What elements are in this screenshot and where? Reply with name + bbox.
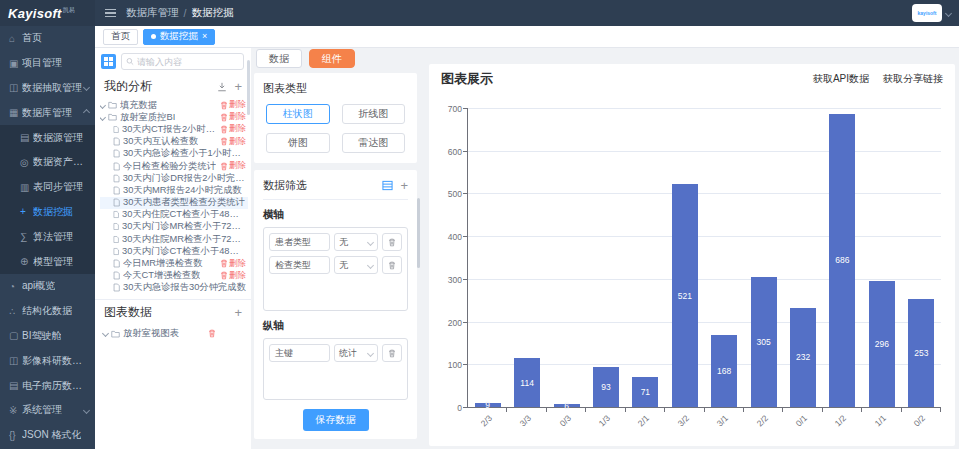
sidebar-item-imaging-research-db[interactable]: ◫影像科研数据库	[0, 348, 95, 373]
x-axis-tick	[861, 408, 862, 412]
bar: 686	[829, 114, 855, 407]
component-tab-inactive[interactable]: 数据	[256, 49, 302, 68]
document-icon	[113, 125, 119, 134]
user-badge[interactable]: kayisoft	[912, 4, 942, 22]
filter-select[interactable]: 无	[334, 256, 378, 274]
sidebar-item-database-mgmt[interactable]: ▦数据库管理	[0, 100, 95, 125]
chart-type-button[interactable]: 饼图	[266, 133, 330, 153]
tree-item[interactable]: 30天内急诊报告30分钟完成数	[100, 282, 248, 294]
menu-list-icon[interactable]	[105, 7, 116, 20]
tree-item[interactable]: 填充数据删除	[100, 99, 248, 111]
sidebar-item-home[interactable]: ⌂首页	[0, 26, 95, 51]
table-icon[interactable]	[382, 180, 393, 191]
import-icon[interactable]	[217, 82, 227, 92]
model-icon: ⊕	[20, 256, 33, 267]
tree-item[interactable]: 放射室质控BI删除	[100, 111, 248, 123]
tree-item[interactable]: 30天内患者类型检查分类统计	[100, 197, 248, 209]
sidebar-item-emr-quality[interactable]: ▤电子病历数据质控	[0, 373, 95, 398]
sidebar-item-datasource-mgmt[interactable]: ▤数据源管理	[0, 125, 95, 150]
get-api-data-link[interactable]: 获取API数据	[813, 72, 869, 86]
caret-icon[interactable]	[102, 330, 109, 337]
remove-filter-button[interactable]	[382, 344, 402, 362]
delete-action[interactable]: 删除	[220, 111, 248, 123]
tree-item[interactable]: 30天内门诊CT检查小于48小时总计	[100, 245, 248, 257]
save-data-button[interactable]: 保存数据	[303, 409, 369, 431]
delete-chart-data-button[interactable]	[208, 329, 216, 338]
tree-item[interactable]: 今日MR增强检查数删除	[100, 257, 248, 269]
sidebar-item-table-sync-mgmt[interactable]: ▥表同步管理	[0, 175, 95, 200]
sidebar-item-data-asset-mgmt[interactable]: ◎数据资产管理	[0, 150, 95, 175]
filter-field[interactable]: 患者类型	[269, 233, 330, 251]
add-filter-icon[interactable]: +	[400, 179, 408, 192]
middle-scrollbar[interactable]	[417, 198, 420, 268]
caret-icon[interactable]	[100, 114, 106, 121]
trash-icon	[220, 137, 228, 146]
x-axis-label: 3/3	[509, 413, 533, 437]
sidebar-item-structured-data[interactable]: ∴结构化数据	[0, 299, 95, 324]
sidebar-item-project-mgmt[interactable]: ▣项目管理	[0, 51, 95, 76]
page-tab[interactable]: 首页	[103, 29, 138, 45]
sidebar-item-system-mgmt[interactable]: ※系统管理	[0, 398, 95, 423]
search-input[interactable]	[137, 57, 239, 67]
delete-action[interactable]: 删除	[220, 99, 248, 111]
sidebar-item-data-extract-mgmt[interactable]: ◫数据抽取管理	[0, 76, 95, 101]
breadcrumb-item[interactable]: 数据库管理	[126, 6, 179, 20]
sidebar-item-label: BI驾驶舱	[22, 329, 61, 343]
remove-filter-button[interactable]	[382, 256, 402, 274]
sidebar-item-api-overview[interactable]: ◔api概览	[0, 274, 95, 299]
filter-field[interactable]: 主键	[269, 344, 330, 362]
tree-item[interactable]: 30天内CT报告2小时完成数删除	[100, 123, 248, 135]
chart-type-button[interactable]: 柱状图	[266, 104, 330, 124]
delete-action[interactable]: 删除	[220, 136, 248, 148]
y-axis-tick	[463, 364, 467, 365]
sidebar-item-model-mgmt[interactable]: ⊕模型管理	[0, 249, 95, 274]
filter-select[interactable]: 统计	[334, 344, 378, 362]
tree-item[interactable]: 30天内急诊检查小于1小时总计	[100, 148, 248, 160]
tree-item-label: 30天内急诊检查小于1小时总计	[123, 148, 248, 160]
tree-item[interactable]: 30天内门诊MR检查小于72小时总计	[100, 221, 248, 233]
sidebar-item-bi-cockpit[interactable]: ▢BI驾驶舱	[0, 324, 95, 349]
tree-item[interactable]: 30天内MR报告24小时完成数	[100, 184, 248, 196]
filter-row: 检查类型无	[269, 256, 402, 274]
get-share-link[interactable]: 获取分享链接	[883, 72, 943, 86]
sidebar-item-label: 数据挖掘	[33, 205, 73, 219]
caret-icon[interactable]	[100, 102, 106, 109]
chart-type-button[interactable]: 雷达图	[342, 133, 406, 153]
filter-select[interactable]: 无	[334, 233, 378, 251]
chevron-down-icon	[367, 238, 374, 245]
x-axis-label: 3/2	[667, 413, 691, 437]
component-tab-active[interactable]: 组件	[309, 49, 355, 68]
add-analysis-icon[interactable]: +	[234, 80, 242, 93]
add-chart-data-icon[interactable]: +	[234, 306, 242, 319]
page-tab[interactable]: 数据挖掘×	[143, 29, 215, 45]
tree-item[interactable]: 今天CT增强检查数删除	[100, 270, 248, 282]
sidebar-item-data-mining[interactable]: +数据挖掘	[0, 200, 95, 225]
delete-action[interactable]: 删除	[220, 258, 248, 270]
grid-menu-icon[interactable]	[101, 54, 116, 69]
delete-action[interactable]: 删除	[220, 123, 248, 135]
sidebar-item-json-format[interactable]: {}JSON 格式化	[0, 423, 95, 448]
chart-type-button[interactable]: 折线图	[342, 104, 406, 124]
left-scrollbar[interactable]	[247, 60, 250, 115]
tree-item[interactable]: 30天内住院MR检查小于72小时总计	[100, 233, 248, 245]
tree-item-label: 放射室质控BI	[120, 111, 175, 123]
sidebar-item-label: 模型管理	[33, 255, 73, 269]
tree-item[interactable]: 30天内互认检查数删除	[100, 136, 248, 148]
tree-item[interactable]: 今日检查检验分类统计删除	[100, 160, 248, 172]
remove-filter-button[interactable]	[382, 233, 402, 251]
app-logo[interactable]: Kayisoft 凯易	[0, 0, 95, 26]
filter-field[interactable]: 检查类型	[269, 256, 330, 274]
tree-item[interactable]: 30天内门诊DR报告2小时完成数	[100, 172, 248, 184]
chart-data-item[interactable]: 放射室视图表	[95, 324, 251, 342]
search-icon	[126, 57, 134, 66]
chevron-down-icon[interactable]	[945, 9, 952, 16]
close-icon[interactable]: ×	[202, 32, 207, 41]
tree-item[interactable]: 30天内住院CT检查小于48小时总计	[100, 209, 248, 221]
structured-icon: ∴	[9, 306, 22, 317]
delete-action[interactable]: 删除	[220, 270, 248, 282]
sidebar-item-algorithm-mgmt[interactable]: ∑算法管理	[0, 224, 95, 249]
x-axis-tick	[546, 408, 547, 412]
tree-item-label: 30天内门诊CT检查小于48小时总计	[122, 245, 248, 257]
document-icon	[113, 174, 120, 183]
delete-action[interactable]: 删除	[220, 160, 248, 172]
